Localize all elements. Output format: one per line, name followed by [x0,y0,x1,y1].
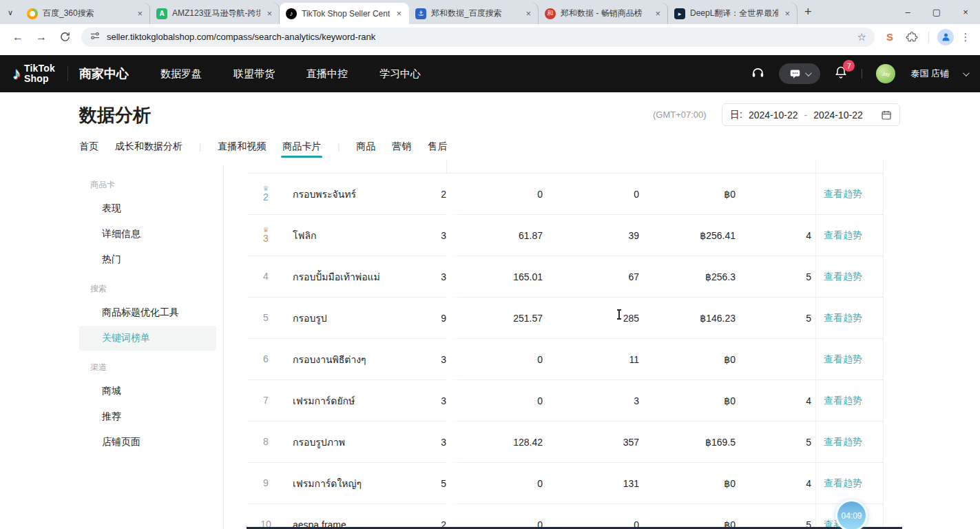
metric-cell: ฿146.23 [639,313,736,324]
keyword-cell: กรอบรูปภาพ [284,435,446,450]
rank-number: 5 [263,312,269,323]
browser-tab[interactable]: 和郑和数据 - 畅销商品榜× [539,3,668,24]
sidebar-item-关键词榜单[interactable]: 关键词榜单 [79,326,216,351]
clipped-value-left: 3 [432,395,446,406]
sidebar-item-推荐[interactable]: 推荐 [79,404,223,429]
metric-cell: 165.01 [446,271,543,282]
rank-cell: ♛2 [248,185,284,203]
tiktok-shop-logo[interactable]: ♪ TikTok Shop [12,63,55,84]
notifications-button[interactable]: 7 [834,65,848,82]
metric-cell: 0 [446,189,543,200]
clipped-value-left: 5 [432,478,446,489]
view-trend-link[interactable]: 查看趋势 [824,395,862,406]
tab-close-icon[interactable]: × [783,8,791,19]
browser-tab[interactable]: AAMZ123亚马逊导航-跨境× [150,3,280,24]
back-icon[interactable]: ← [7,32,29,43]
date-end[interactable]: 2024-10-22 [813,110,863,121]
clipped-value-left: 3 [432,230,446,241]
store-chevron-icon[interactable] [963,70,970,76]
action-cell: 查看趋势 [815,436,883,448]
date-start[interactable]: 2024-10-22 [749,110,798,121]
view-trend-link[interactable]: 查看趋势 [824,188,862,199]
table-row: 9เฟรมการ์ดใหญ่ๆ50131฿04查看趋势 [248,463,883,504]
chevron-down-icon [805,70,812,76]
rank-cell: 6 [248,354,284,364]
site-settings-icon[interactable] [90,30,101,44]
table-row: 7เฟรมการ์ดยักษ์303฿04查看趋势 [248,380,883,422]
metric-cell: 357 [543,437,639,448]
tab-title: 郑和数据_百度搜索 [431,8,519,19]
tab-list-chevron-icon[interactable]: ∨ [0,8,21,24]
tab-group-divider: | [199,142,201,152]
metric-cell: 39 [543,230,639,241]
extensions-puzzle-icon[interactable] [901,31,923,43]
clipped-value-right: 4 [736,478,815,489]
table-row: ♛2กรอบพระจันทร์200฿0查看趋势 [248,174,883,215]
minimize-window-icon[interactable]: – [893,7,922,17]
close-window-icon[interactable]: × [951,7,980,17]
store-name[interactable]: 泰国 店铺 [910,68,949,80]
store-avatar[interactable]: Jay [876,64,895,83]
sidebar-item-详细信息[interactable]: 详细信息 [79,222,223,247]
tab-close-icon[interactable]: × [654,8,662,19]
header-nav-直播中控[interactable]: 直播中控 [306,68,348,81]
sidebar-item-表现[interactable]: 表现 [79,196,223,221]
sidebar-item-热门[interactable]: 热门 [79,247,223,272]
tab-close-icon[interactable]: × [265,8,273,19]
tab-商品卡片[interactable]: 商品卡片 [282,141,321,153]
table-row: 6กรอบงานพิธีต่างๆ3011฿0查看趋势 [248,339,883,380]
metric-cell: 128.42 [446,437,543,448]
browser-tab[interactable]: ⚓郑和数据_百度搜索× [409,3,539,24]
reload-icon[interactable] [54,31,76,43]
rank-cell: 9 [248,478,284,488]
table-row: 4กรอบปั้มมือเท้าพ่อแม่3165.0167฿256.35查看… [248,256,883,298]
sidebar-item-店铺页面[interactable]: 店铺页面 [79,430,223,455]
tab-首页[interactable]: 首页 [79,141,98,153]
maximize-window-icon[interactable]: ▢ [922,7,951,17]
window-controls: –▢× [893,0,980,24]
rank-number: 8 [263,436,269,447]
keyword-cell: เฟรมการ์ดยักษ์ [284,393,446,408]
rank-number: 6 [263,353,269,364]
date-range-picker[interactable]: 日: 2024-10-22 - 2024-10-22 [722,103,900,126]
browser-tab[interactable]: 百度_360搜索× [21,3,150,24]
tab-营销[interactable]: 营销 [392,141,411,153]
calendar-icon[interactable] [881,110,892,121]
header-divider [862,69,862,79]
header-nav-联盟带货[interactable]: 联盟带货 [233,68,275,81]
extension-s-icon[interactable]: S [883,30,897,44]
header-nav-学习中心[interactable]: 学习中心 [379,68,421,81]
support-headset-icon[interactable] [751,65,765,83]
sidebar-item-商品标题优化工具[interactable]: 商品标题优化工具 [79,300,223,325]
url-text[interactable]: seller.tiktokglobalshop.com/compass/sear… [107,32,851,42]
view-trend-link[interactable]: 查看趋势 [824,477,862,488]
address-bar[interactable]: seller.tiktokglobalshop.com/compass/sear… [81,28,875,47]
timer-bubble[interactable]: 04:09 [835,499,868,529]
forward-icon[interactable]: → [30,32,52,43]
sidebar-item-商城[interactable]: 商城 [79,379,223,404]
header-nav-商家中心[interactable]: 商家中心 [79,65,129,82]
view-trend-link[interactable]: 查看趋势 [824,353,862,364]
tab-成长和数据分析[interactable]: 成长和数据分析 [115,141,183,153]
browser-tab[interactable]: ▸DeepL翻译：全世界最准确× [668,3,797,24]
view-trend-link[interactable]: 查看趋势 [824,271,862,282]
rank-cell: ♛3 [248,227,284,244]
table-row: ♛3โฟลิก361.8739฿256.414查看趋势 [248,215,883,256]
messages-button[interactable] [779,63,820,84]
bookmark-star-icon[interactable]: ☆ [857,31,866,43]
browser-menu-icon[interactable]: ⋮ [958,31,973,43]
new-tab-button[interactable]: + [804,5,812,19]
rank-number: 9 [263,477,269,488]
view-trend-link[interactable]: 查看趋势 [824,229,862,240]
tab-close-icon[interactable]: × [524,8,532,19]
header-nav-数据罗盘[interactable]: 数据罗盘 [160,68,202,81]
browser-tab[interactable]: ♪TikTok Shop Seller Center× [280,3,409,24]
view-trend-link[interactable]: 查看趋势 [824,436,862,447]
tab-close-icon[interactable]: × [136,8,144,19]
browser-profile-icon[interactable] [937,29,954,45]
tab-商品[interactable]: 商品 [356,141,375,153]
tab-close-icon[interactable]: × [395,8,403,19]
view-trend-link[interactable]: 查看趋势 [824,312,862,323]
tab-售后[interactable]: 售后 [428,141,447,153]
tab-直播和视频[interactable]: 直播和视频 [218,141,266,153]
